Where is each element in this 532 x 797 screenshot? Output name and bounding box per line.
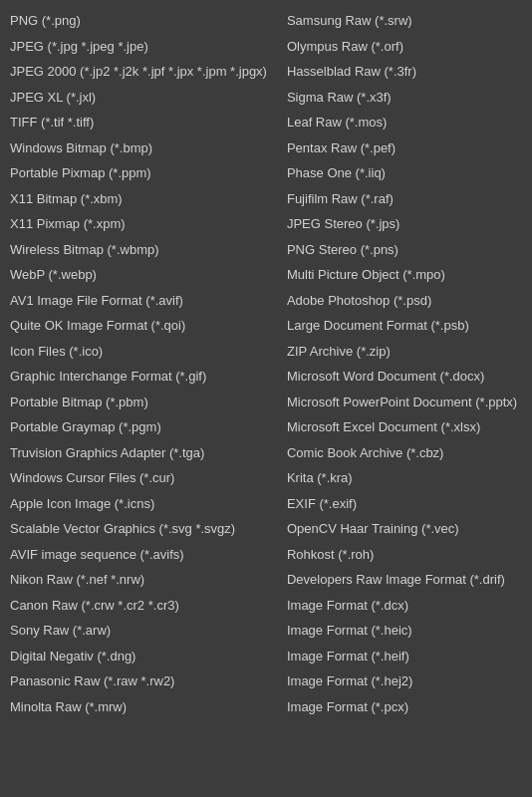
format-item[interactable]: Adobe Photoshop (*.psd) xyxy=(285,288,524,314)
format-item[interactable]: Image Format (*.dcx) xyxy=(285,593,524,619)
format-item[interactable]: Icon Files (*.ico) xyxy=(8,339,269,365)
format-item[interactable]: Microsoft PowerPoint Document (*.pptx) xyxy=(285,390,524,415)
format-item[interactable]: Digital Negativ (*.dng) xyxy=(8,644,269,669)
format-item[interactable]: EXIF (*.exif) xyxy=(285,491,524,517)
format-item[interactable]: AVIF image sequence (*.avifs) xyxy=(8,542,269,568)
format-item[interactable]: Sigma Raw (*.x3f) xyxy=(285,85,524,111)
format-item[interactable]: Leaf Raw (*.mos) xyxy=(285,110,524,135)
format-item[interactable]: Sony Raw (*.arw) xyxy=(8,618,269,644)
format-item[interactable]: Hasselblad Raw (*.3fr) xyxy=(285,59,524,85)
format-item[interactable]: PNG Stereo (*.pns) xyxy=(285,237,524,263)
format-item[interactable]: JPEG (*.jpg *.jpeg *.jpe) xyxy=(8,34,269,60)
format-item[interactable]: Multi Picture Object (*.mpo) xyxy=(285,262,524,288)
format-item[interactable]: JPEG 2000 (*.jp2 *.j2k *.jpf *.jpx *.jpm… xyxy=(8,59,269,85)
format-item[interactable]: Portable Graymap (*.pgm) xyxy=(8,414,269,440)
format-item[interactable]: Portable Pixmap (*.ppm) xyxy=(8,160,269,186)
format-item[interactable]: Samsung Raw (*.srw) xyxy=(285,8,524,34)
format-item[interactable]: X11 Pixmap (*.xpm) xyxy=(8,211,269,237)
column-left: PNG (*.png)JPEG (*.jpg *.jpeg *.jpe)JPEG… xyxy=(0,8,277,719)
format-item[interactable]: JPEG Stereo (*.jps) xyxy=(285,211,524,237)
format-item[interactable]: Canon Raw (*.crw *.cr2 *.cr3) xyxy=(8,593,269,619)
format-item[interactable]: AV1 Image File Format (*.avif) xyxy=(8,288,269,314)
format-item[interactable]: Image Format (*.pcx) xyxy=(285,694,524,720)
column-right: Samsung Raw (*.srw)Olympus Raw (*.orf)Ha… xyxy=(277,8,532,719)
format-item[interactable]: Scalable Vector Graphics (*.svg *.svgz) xyxy=(8,516,269,542)
format-item[interactable]: Pentax Raw (*.pef) xyxy=(285,135,524,161)
format-item[interactable]: Olympus Raw (*.orf) xyxy=(285,34,524,60)
format-item[interactable]: JPEG XL (*.jxl) xyxy=(8,85,269,111)
format-item[interactable]: OpenCV Haar Training (*.vec) xyxy=(285,516,524,542)
format-item[interactable]: Krita (*.kra) xyxy=(285,465,524,491)
format-item[interactable]: ZIP Archive (*.zip) xyxy=(285,339,524,365)
format-item[interactable]: TIFF (*.tif *.tiff) xyxy=(8,110,269,135)
format-item[interactable]: Image Format (*.heif) xyxy=(285,644,524,669)
format-item[interactable]: Phase One (*.iiq) xyxy=(285,160,524,186)
format-item[interactable]: PNG (*.png) xyxy=(8,8,269,34)
format-item[interactable]: Minolta Raw (*.mrw) xyxy=(8,694,269,720)
format-item[interactable]: Apple Icon Image (*.icns) xyxy=(8,491,269,517)
format-item[interactable]: Large Document Format (*.psb) xyxy=(285,313,524,339)
format-list-container: PNG (*.png)JPEG (*.jpg *.jpeg *.jpe)JPEG… xyxy=(0,0,532,727)
format-item[interactable]: Windows Bitmap (*.bmp) xyxy=(8,135,269,161)
format-item[interactable]: Windows Cursor Files (*.cur) xyxy=(8,465,269,491)
format-item[interactable]: Rohkost (*.roh) xyxy=(285,542,524,568)
format-item[interactable]: Fujifilm Raw (*.raf) xyxy=(285,186,524,212)
format-item[interactable]: Portable Bitmap (*.pbm) xyxy=(8,390,269,415)
format-item[interactable]: Comic Book Archive (*.cbz) xyxy=(285,440,524,466)
format-item[interactable]: Truvision Graphics Adapter (*.tga) xyxy=(8,440,269,466)
format-item[interactable]: Wireless Bitmap (*.wbmp) xyxy=(8,237,269,263)
format-item[interactable]: Image Format (*.hej2) xyxy=(285,668,524,694)
format-item[interactable]: Graphic Interchange Format (*.gif) xyxy=(8,364,269,390)
format-item[interactable]: Quite OK Image Format (*.qoi) xyxy=(8,313,269,339)
format-item[interactable]: X11 Bitmap (*.xbm) xyxy=(8,186,269,212)
format-item[interactable]: Panasonic Raw (*.raw *.rw2) xyxy=(8,668,269,694)
format-item[interactable]: Microsoft Word Document (*.docx) xyxy=(285,364,524,390)
format-item[interactable]: Nikon Raw (*.nef *.nrw) xyxy=(8,567,269,593)
format-item[interactable]: Developers Raw Image Format (*.drif) xyxy=(285,567,524,593)
format-item[interactable]: WebP (*.webp) xyxy=(8,262,269,288)
format-item[interactable]: Image Format (*.heic) xyxy=(285,618,524,644)
format-item[interactable]: Microsoft Excel Document (*.xlsx) xyxy=(285,414,524,440)
